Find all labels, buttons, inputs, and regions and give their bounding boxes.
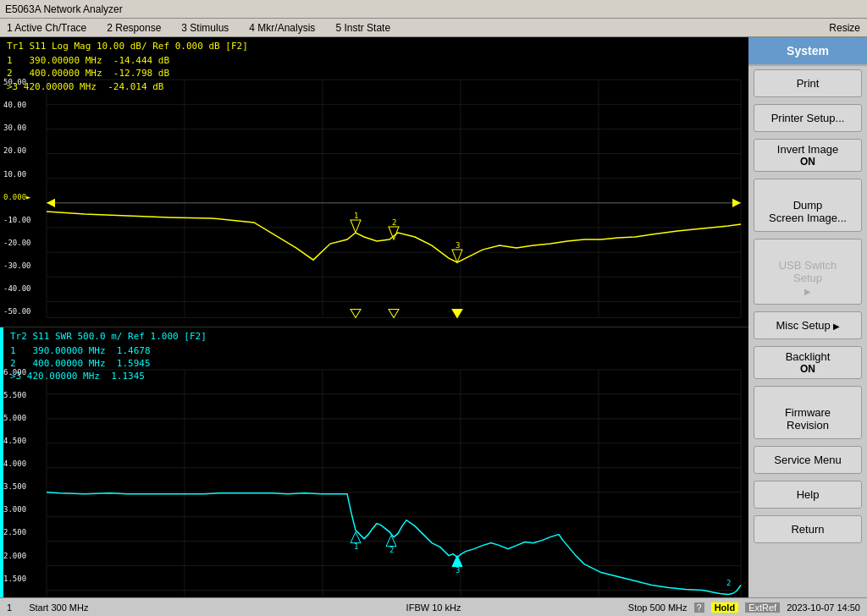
resize-button[interactable]: Resize <box>826 21 864 35</box>
svg-text:3: 3 <box>456 565 460 574</box>
return-button[interactable]: Return <box>754 515 862 543</box>
svg-marker-18 <box>351 220 361 233</box>
menu-bar: 1 Active Ch/Trace 2 Response 3 Stimulus … <box>0 19 867 37</box>
title-bar: E5063A Network Analyzer <box>0 0 867 19</box>
status-start: Start 300 MHz <box>29 602 88 613</box>
status-bar: 1 Start 300 MHz IFBW 10 kHz Stop 500 MHz… <box>0 597 867 616</box>
usb-switch-button[interactable]: USB Switch Setup <box>754 239 862 305</box>
svg-text:2: 2 <box>392 218 396 227</box>
svg-text:1: 1 <box>354 542 358 550</box>
invert-image-button[interactable]: Invert Image ON <box>754 139 862 172</box>
svg-text:3: 3 <box>456 241 460 250</box>
svg-marker-24 <box>351 309 361 317</box>
sidebar: System Print Printer Setup... Invert Ima… <box>748 37 867 616</box>
menu-response[interactable]: 2 Response <box>103 21 164 35</box>
invert-image-label: Invert Image <box>777 143 838 156</box>
chart-area: Tr1 S11 Log Mag 10.00 dB/ Ref 0.000 dB [… <box>0 37 748 616</box>
backlight-button[interactable]: Backlight ON <box>754 346 862 379</box>
svg-text:2: 2 <box>389 545 394 553</box>
menu-active-ch[interactable]: 1 Active Ch/Trace <box>3 21 90 35</box>
svg-marker-28 <box>732 199 741 207</box>
backlight-label: Backlight <box>786 350 831 363</box>
service-menu-button[interactable]: Service Menu <box>754 446 862 474</box>
status-right: Stop 500 MHz ? Hold ExtRef 2023-10-07 14… <box>628 602 860 613</box>
chart-bottom: Tr2 S11 SWR 500.0 m/ Ref 1.000 [F2] 1 39… <box>0 327 748 617</box>
chart-top-svg: 1 2 3 <box>0 37 748 327</box>
hold-badge: Hold <box>711 602 738 613</box>
chart-bottom-svg: 2 1 2 3 <box>0 327 748 617</box>
extref-badge: ExtRef <box>745 602 780 613</box>
chart-top: Tr1 S11 Log Mag 10.00 dB/ Ref 0.000 dB [… <box>0 37 748 327</box>
invert-image-status: ON <box>758 156 858 168</box>
main-area: Tr1 S11 Log Mag 10.00 dB/ Ref 0.000 dB [… <box>0 37 867 616</box>
svg-text:1: 1 <box>354 212 358 220</box>
dump-screen-button[interactable]: Dump Screen Image... <box>754 179 862 232</box>
status-datetime: 2023-10-07 14:50 <box>787 602 860 613</box>
status-stop: Stop 500 MHz <box>628 602 688 613</box>
print-button[interactable]: Print <box>754 69 862 97</box>
sidebar-title: System <box>748 37 867 66</box>
help-button[interactable]: Help <box>754 481 862 509</box>
status-channel: 1 <box>7 602 12 613</box>
menu-stimulus[interactable]: 3 Stimulus <box>178 21 232 35</box>
status-stop-icon: ? <box>694 602 704 613</box>
printer-setup-button[interactable]: Printer Setup... <box>754 104 862 132</box>
status-ifbw: IFBW 10 kHz <box>406 602 461 613</box>
backlight-status: ON <box>758 363 858 375</box>
menu-mkr-analysis[interactable]: 4 Mkr/Analysis <box>246 21 318 35</box>
title-text: E5063A Network Analyzer <box>5 3 123 15</box>
svg-marker-25 <box>389 309 399 317</box>
misc-setup-button[interactable]: Misc Setup <box>754 311 862 339</box>
svg-marker-27 <box>47 199 55 207</box>
svg-text:2: 2 <box>726 578 731 586</box>
menu-instr-state[interactable]: 5 Instr State <box>332 21 394 35</box>
firmware-revision-button[interactable]: Firmware Revision <box>754 386 862 439</box>
